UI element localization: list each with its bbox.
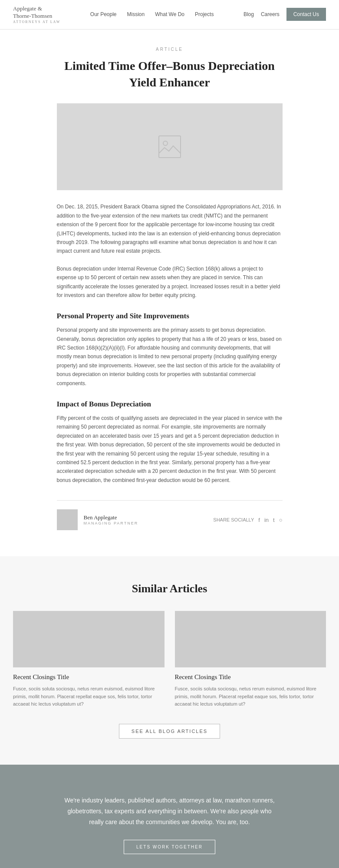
- see-all-button[interactable]: SEE ALL BLOG ARTICLES: [119, 724, 220, 739]
- section1-body: Personal property and site improvements …: [57, 326, 283, 388]
- section2-title: Impact of Bonus Depreciation: [57, 400, 283, 409]
- cta-text: We're industry leaders, published author…: [61, 795, 278, 828]
- nav-links: Our People Mission What We Do Projects: [90, 11, 214, 17]
- nav-blog[interactable]: Blog: [244, 11, 254, 17]
- article-card-1: Recent Closings Title Fusce, sociis solu…: [13, 611, 165, 708]
- nav-careers[interactable]: Careers: [261, 11, 280, 17]
- article-container: ARTICLE Limited Time Offer–Bonus Depreci…: [48, 30, 291, 556]
- twitter-icon[interactable]: t: [273, 517, 275, 523]
- avatar: [57, 509, 78, 530]
- author-name: Ben Applegate: [84, 514, 138, 521]
- section2-body: Fifty percent of the costs of qualifying…: [57, 414, 283, 485]
- article-card-2: Recent Closings Title Fusce, sociis solu…: [175, 611, 326, 708]
- see-all-button-wrap: SEE ALL BLOG ARTICLES: [13, 724, 326, 739]
- section1-title: Personal Property and Site Improvements: [57, 312, 283, 320]
- image-placeholder-icon: [157, 134, 183, 160]
- card-image-1: [13, 611, 165, 667]
- nav-link-projects[interactable]: Projects: [195, 11, 214, 17]
- nav-link-our-people[interactable]: Our People: [90, 11, 117, 17]
- logo: Applegate & Thorne-Thomsen ATTORNEYS AT …: [13, 5, 60, 24]
- article-body-1: On Dec. 18, 2015, President Barack Obama…: [57, 202, 283, 255]
- similar-title: Similar Articles: [13, 582, 326, 595]
- pinterest-icon[interactable]: ○: [279, 517, 283, 523]
- nav-right: Blog Careers Contact Us: [244, 8, 326, 21]
- svg-point-1: [163, 141, 168, 145]
- card-image-2: [175, 611, 326, 667]
- nav-link-what-we-do[interactable]: What We Do: [155, 11, 184, 17]
- logo-text: Applegate & Thorne-Thomsen: [13, 5, 60, 20]
- cta-section: We're industry leaders, published author…: [0, 765, 339, 868]
- article-title: Limited Time Offer–Bonus Depreciation Yi…: [57, 58, 283, 91]
- articles-grid: Recent Closings Title Fusce, sociis solu…: [13, 611, 326, 708]
- logo-sub: ATTORNEYS AT LAW: [13, 20, 60, 24]
- author-info: Ben Applegate MANAGING PARTNER: [57, 509, 138, 530]
- navigation: Applegate & Thorne-Thomsen ATTORNEYS AT …: [0, 0, 339, 30]
- article-label: ARTICLE: [57, 47, 283, 52]
- cta-button[interactable]: LETS WORK TOGETHER: [124, 840, 215, 854]
- card-body-1: Fusce, sociis soluta sociosqu, netus rer…: [13, 685, 165, 708]
- card-title-1: Recent Closings Title: [13, 673, 165, 681]
- article-image: [57, 103, 283, 190]
- author-role: MANAGING PARTNER: [84, 521, 138, 525]
- facebook-icon[interactable]: f: [258, 517, 260, 523]
- card-title-2: Recent Closings Title: [175, 673, 326, 681]
- nav-link-mission[interactable]: Mission: [127, 11, 145, 17]
- similar-articles-section: Similar Articles Recent Closings Title F…: [0, 556, 339, 765]
- author-row: Ben Applegate MANAGING PARTNER SHARE SOC…: [57, 500, 283, 530]
- nav-contact-button[interactable]: Contact Us: [286, 8, 326, 21]
- share-label: SHARE SOCIALLY: [213, 517, 254, 522]
- article-body-2: Bonus depreciation under Internal Revenu…: [57, 264, 283, 300]
- svg-rect-0: [159, 136, 181, 158]
- share-row: SHARE SOCIALLY f in t ○: [213, 517, 282, 523]
- card-body-2: Fusce, sociis soluta sociosqu, netus rer…: [175, 685, 326, 708]
- linkedin-icon[interactable]: in: [264, 517, 269, 523]
- author-details: Ben Applegate MANAGING PARTNER: [84, 514, 138, 525]
